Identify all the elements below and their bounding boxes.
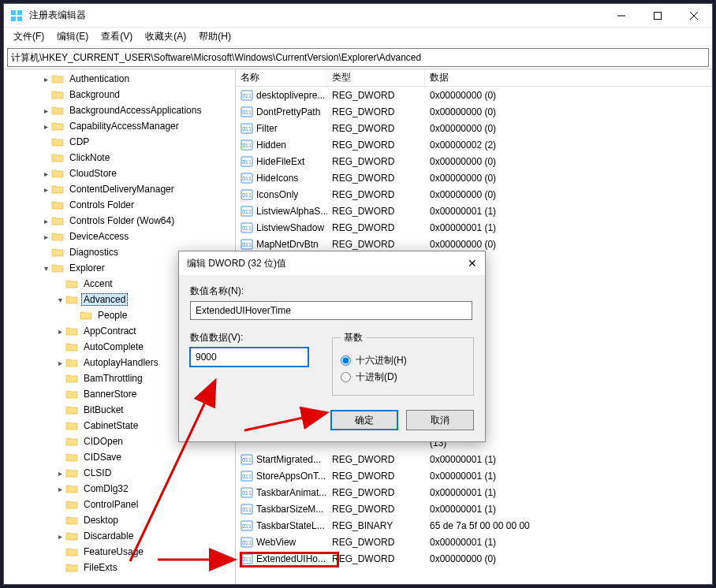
tree-item[interactable]: ▸Authentication	[4, 71, 235, 87]
list-row[interactable]: 011DontPrettyPathREG_DWORD0x00000000 (0)	[236, 103, 712, 120]
tree-item-label: AutoComplete	[81, 341, 146, 353]
list-row[interactable]: 011HideIconsREG_DWORD0x00000000 (0)	[236, 169, 712, 186]
tree-item-label: CIDOpen	[81, 435, 125, 448]
radix-dec-row[interactable]: 十进制(D)	[341, 370, 465, 384]
tree-item[interactable]: ClickNote	[4, 150, 235, 166]
column-header-name[interactable]: 名称	[236, 69, 327, 86]
radix-hex-row[interactable]: 十六进制(H)	[341, 354, 465, 367]
list-row[interactable]: 011StoreAppsOnT...REG_DWORD0x00000001 (1…	[236, 467, 712, 484]
tree-item[interactable]: ▸DeviceAccess	[4, 229, 235, 244]
maximize-button[interactable]	[640, 4, 676, 28]
chevron-right-icon[interactable]: ▸	[54, 530, 65, 541]
folder-icon	[65, 420, 78, 431]
list-row[interactable]: 011ExtendedUIHo...REG_DWORD0x00000000 (0…	[236, 550, 712, 567]
tree-item[interactable]: Background	[4, 87, 235, 102]
tree-item[interactable]: ▸CapabilityAccessManager	[4, 118, 235, 134]
list-row[interactable]: 011FilterREG_DWORD0x00000000 (0)	[236, 120, 712, 136]
expander-none	[54, 373, 65, 384]
cell-data: 0x00000000 (0)	[425, 156, 712, 167]
list-row[interactable]: 011IconsOnlyREG_DWORD0x00000000 (0)	[236, 186, 712, 203]
chevron-right-icon[interactable]: ▸	[40, 105, 51, 116]
radix-hex-radio[interactable]	[341, 355, 351, 366]
dword-icon: 011	[241, 122, 253, 135]
dword-icon: 011	[241, 238, 253, 251]
dialog-close-button[interactable]: ✕	[446, 257, 477, 270]
list-row[interactable]: 011TaskbarSizeM...REG_DWORD0x00000001 (1…	[236, 501, 712, 517]
chevron-right-icon[interactable]: ▸	[40, 231, 51, 242]
value-data-input[interactable]	[190, 348, 308, 367]
close-button[interactable]	[676, 4, 712, 28]
expander-none	[40, 152, 51, 163]
dword-icon: 011	[241, 453, 253, 466]
tree-item-label: ControlPanel	[81, 498, 140, 511]
chevron-right-icon[interactable]: ▸	[40, 184, 51, 195]
list-row[interactable]: 011StartMigrated...REG_DWORD0x00000001 (…	[236, 451, 712, 467]
base-legend: 基数	[341, 331, 366, 344]
tree-item-label: CabinetState	[81, 419, 140, 432]
chevron-right-icon[interactable]: ▸	[40, 215, 51, 226]
column-header-data[interactable]: 数据	[425, 69, 712, 86]
svg-text:011: 011	[242, 192, 252, 198]
dialog-titlebar[interactable]: 编辑 DWORD (32 位)值 ✕	[179, 251, 485, 275]
list-row[interactable]: 011MapNetDrvBtnREG_DWORD0x00000000 (0)	[236, 236, 712, 252]
tree-item[interactable]: ▸Controls Folder (Wow64)	[4, 213, 235, 229]
list-row[interactable]: 011HiddenREG_DWORD0x00000002 (2)	[236, 136, 712, 153]
chevron-right-icon[interactable]: ▸	[40, 73, 51, 84]
list-row[interactable]: 011WebViewREG_DWORD0x00000001 (1)	[236, 534, 712, 550]
tree-item[interactable]: ▸BackgroundAccessApplications	[4, 102, 235, 118]
tree-item[interactable]: FeatureUsage	[4, 544, 235, 560]
dword-icon: 011	[241, 139, 253, 151]
cell-name: 011desktoplivepre...	[236, 89, 327, 102]
column-header-type[interactable]: 类型	[327, 69, 425, 86]
folder-icon	[80, 310, 92, 321]
list-row[interactable]: 011HideFileExtREG_DWORD0x00000000 (0)	[236, 153, 712, 169]
value-name-input[interactable]	[190, 301, 472, 320]
folder-icon	[65, 515, 78, 526]
radix-dec-radio[interactable]	[341, 372, 351, 382]
tree-item[interactable]: ▸ContentDeliveryManager	[4, 181, 235, 197]
menu-favorites[interactable]: 收藏夹(A)	[139, 28, 192, 45]
folder-icon	[51, 89, 64, 100]
tree-item[interactable]: ▸ComDlg32	[4, 481, 235, 497]
menu-view[interactable]: 查看(V)	[95, 28, 139, 45]
list-row[interactable]: 011desktoplivepre...REG_DWORD0x00000000 …	[236, 87, 712, 103]
tree-item[interactable]: ControlPanel	[4, 497, 235, 512]
minimize-button[interactable]	[603, 4, 640, 28]
chevron-right-icon[interactable]: ▸	[54, 467, 65, 478]
cell-name: 011StoreAppsOnT...	[236, 470, 327, 482]
tree-item[interactable]: ▸CLSID	[4, 465, 235, 481]
chevron-right-icon[interactable]: ▸	[54, 357, 65, 368]
cancel-button[interactable]: 取消	[406, 410, 474, 430]
expander-none	[69, 310, 80, 321]
chevron-down-icon[interactable]: ▾	[54, 294, 65, 305]
tree-item[interactable]: CIDSave	[4, 449, 235, 465]
svg-text:011: 011	[242, 540, 252, 545]
list-row[interactable]: 011ListviewAlphaS...REG_DWORD0x00000001 …	[236, 203, 712, 219]
chevron-right-icon[interactable]: ▸	[40, 168, 51, 179]
titlebar[interactable]: 注册表编辑器	[4, 4, 712, 28]
tree-item-label: CLSID	[81, 467, 114, 479]
tree-item[interactable]: ▸CloudStore	[4, 166, 235, 181]
tree-item[interactable]: FileExts	[4, 560, 235, 575]
address-bar[interactable]: 计算机\HKEY_CURRENT_USER\Software\Microsoft…	[7, 48, 709, 67]
tree-item-label: Controls Folder (Wow64)	[67, 214, 177, 227]
menu-edit[interactable]: 编辑(E)	[50, 28, 95, 45]
list-row[interactable]: 011TaskbarAnimat...REG_DWORD0x00000001 (…	[236, 484, 712, 501]
menu-file[interactable]: 文件(F)	[7, 28, 50, 45]
tree-item[interactable]: Controls Folder	[4, 197, 235, 213]
ok-button[interactable]: 确定	[330, 410, 398, 430]
tree-item[interactable]: ▸Discardable	[4, 528, 235, 544]
value-data-label: 数值数据(V):	[190, 331, 316, 344]
svg-text:011: 011	[242, 507, 252, 512]
chevron-right-icon[interactable]: ▸	[54, 326, 65, 337]
chevron-right-icon[interactable]: ▸	[40, 121, 51, 132]
list-row[interactable]: 011TaskbarStateL...REG_BINARY65 de 7a 5f…	[236, 517, 712, 534]
chevron-right-icon[interactable]: ▸	[54, 483, 65, 494]
chevron-down-icon[interactable]: ▾	[40, 262, 51, 274]
tree-item[interactable]: CDP	[4, 134, 235, 150]
list-row[interactable]: 011ListviewShadowREG_DWORD0x00000001 (1)	[236, 219, 712, 236]
tree-item[interactable]: Desktop	[4, 512, 235, 528]
cell-data: 0x00000001 (1)	[425, 471, 712, 482]
menu-help[interactable]: 帮助(H)	[192, 28, 237, 45]
cell-name: 011IconsOnly	[236, 188, 327, 201]
